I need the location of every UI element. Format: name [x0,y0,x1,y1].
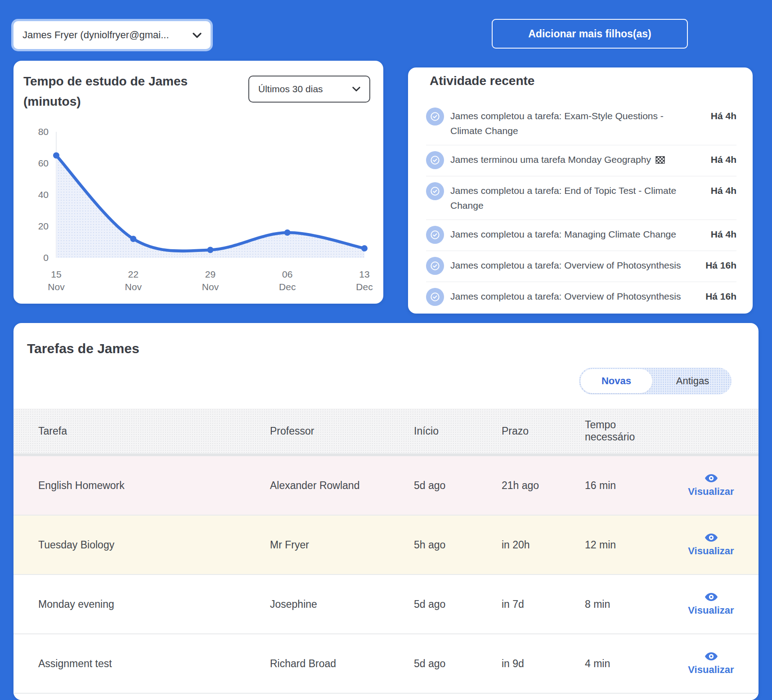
column-header-tarefa: Tarefa [13,425,245,437]
svg-text:06: 06 [282,269,292,279]
column-header-inicio: Início [389,425,477,437]
table-row: Assignment testRichard Broad5d agoin 9d4… [13,633,759,693]
cell-prazo: 21h ago [477,480,560,492]
activity-item: James terminou uma tarefa Monday Geograp… [426,145,736,176]
check-circle-icon [426,108,444,126]
tab-novas[interactable]: Novas [580,369,652,393]
column-header-professor: Professor [245,425,389,437]
parent-dashboard: James Fryer (dyniolfryer@gmai... Adicion… [0,0,772,700]
child-selector-value: James Fryer (dyniolfryer@gmai... [22,29,169,41]
cell-tarefa: Tuesday Biology [13,539,245,551]
checkered-flag-icon [655,156,665,164]
add-children-button[interactable]: Adicionar mais filhos(as) [492,19,688,49]
eye-icon[interactable] [705,533,718,542]
eye-icon[interactable] [705,652,718,661]
svg-text:29: 29 [205,269,215,279]
activity-text: James completou a tarefa: Overview of Ph… [450,258,699,273]
cell-tempo: 16 min [560,480,664,492]
tab-antigas[interactable]: Antigas [654,368,732,395]
cell-tempo: 4 min [560,658,664,670]
cell-tarefa: Monday evening [13,598,245,610]
activity-text: James completou a tarefa: Managing Clima… [450,227,699,242]
activity-timestamp: Há 4h [699,183,736,198]
svg-text:80: 80 [38,126,49,137]
activity-item: James completou a tarefa: Managing Clima… [426,220,736,251]
visualizar-link[interactable]: Visualizar [688,664,734,676]
study-card-title: Tempo de estudo de James (minutos) [23,61,221,112]
activity-item: James completou a tarefa: Overview of Ph… [426,282,736,313]
tasks-card: Tarefas de James Novas Antigas Tarefa Pr… [13,323,759,700]
cell-prazo: in 9d [477,658,560,670]
check-circle-icon [426,226,444,244]
activity-timestamp: Há 4h [699,152,736,167]
activity-item: James completou a tarefa: Overview of Ph… [426,251,736,282]
svg-text:60: 60 [38,158,49,168]
cell-actions: Visualizar [664,592,759,616]
activity-list: James completou a tarefa: Exam-Style Que… [426,102,736,313]
svg-text:Nov: Nov [48,282,65,292]
table-row: Monday eveningJosephine5d agoin 7d8 minV… [13,574,759,633]
visualizar-link[interactable]: Visualizar [688,486,734,498]
activity-text: James completou a tarefa: Overview of Ph… [450,289,699,304]
visualizar-link[interactable]: Visualizar [688,605,734,616]
cell-professor: Richard Broad [245,658,389,670]
activity-text: James completou a tarefa: End of Topic T… [450,183,699,213]
cell-tarefa: Assignment test [13,658,245,670]
svg-text:Nov: Nov [125,282,142,292]
cell-inicio: 5d ago [389,658,477,670]
table-row: Tuesday BiologyMr Fryer5h agoin 20h12 mi… [13,515,759,574]
period-dropdown[interactable]: Últimos 30 dias [248,76,370,103]
svg-text:0: 0 [43,252,49,263]
study-time-card: Tempo de estudo de James (minutos) Últim… [13,61,383,304]
svg-text:Dec: Dec [356,282,373,292]
svg-text:15: 15 [51,269,61,279]
check-circle-icon [426,182,444,200]
tasks-filter-toggle: Novas Antigas [579,368,732,395]
activity-text: James terminou uma tarefa Monday Geograp… [450,152,699,167]
y-axis-labels: 020406080 [38,126,49,263]
cell-tempo: 12 min [560,539,664,551]
child-selector-dropdown[interactable]: James Fryer (dyniolfryer@gmai... [13,21,211,49]
column-header-prazo: Prazo [477,425,560,437]
visualizar-link[interactable]: Visualizar [688,545,734,557]
cell-inicio: 5d ago [389,480,477,492]
activity-item: James completou a tarefa: End of Topic T… [426,176,736,220]
check-circle-icon [426,257,444,275]
svg-text:22: 22 [128,269,139,279]
eye-icon[interactable] [705,474,718,483]
svg-text:Dec: Dec [279,282,296,292]
cell-inicio: 5d ago [389,598,477,610]
activity-timestamp: Há 4h [699,227,736,242]
cell-actions: Visualizar [664,474,759,498]
table-header: Tarefa Professor Início Prazo Tempo nece… [13,408,759,456]
cell-inicio: 5h ago [389,539,477,551]
cell-tarefa: English Homework [13,480,245,492]
chevron-down-icon [193,32,202,38]
check-circle-icon [426,288,444,306]
cell-prazo: in 20h [477,539,560,551]
recent-activity-card: Atividade recente James completou a tare… [408,67,753,314]
cell-actions: Visualizar [664,533,759,557]
column-header-tempo: Tempo necessário [560,419,664,443]
cell-professor: Mr Fryer [245,539,389,551]
activity-item: James completou a tarefa: Exam-Style Que… [426,102,736,145]
svg-text:40: 40 [38,189,49,200]
cell-actions: Visualizar [664,652,759,676]
svg-text:13: 13 [359,269,369,279]
cell-professor: Alexander Rowland [245,480,389,492]
table-row-partial [13,693,759,700]
svg-text:20: 20 [38,221,49,231]
study-time-chart: 020406080 15Nov22Nov29Nov06Dec13Dec [22,118,375,298]
activity-card-title: Atividade recente [430,74,534,88]
tasks-card-title: Tarefas de James [27,341,139,356]
svg-text:Nov: Nov [202,282,219,292]
eye-icon[interactable] [705,592,718,601]
activity-timestamp: Há 4h [699,108,736,123]
activity-text: James completou a tarefa: Exam-Style Que… [450,108,699,138]
table-row: English HomeworkAlexander Rowland5d ago2… [13,456,759,515]
cell-tempo: 8 min [560,598,664,610]
chart-area-fill [56,156,364,258]
chevron-down-icon [352,86,360,92]
cell-professor: Josephine [245,598,389,610]
period-value: Últimos 30 dias [258,84,323,94]
